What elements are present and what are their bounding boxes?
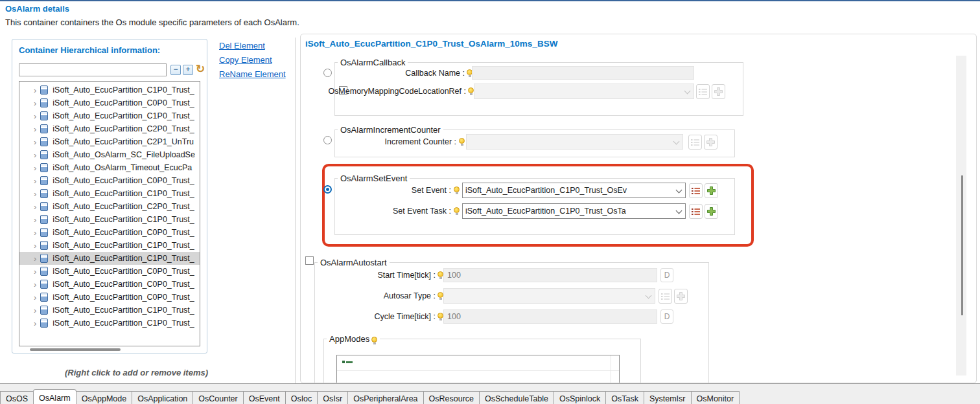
tree-item[interactable]: ›iSoft_Auto_EcucPartition_C2P0_Trust_ (19, 200, 200, 213)
chevron-right-icon[interactable]: › (34, 124, 36, 134)
chevron-right-icon[interactable]: › (34, 98, 36, 108)
vertical-scrollbar-thumb[interactable] (961, 175, 963, 315)
tree-item[interactable]: ›iSoft_Auto_EcucPartition_C0P0_Trust_ (19, 265, 200, 278)
tree-item[interactable]: ›iSoft_Auto_OsAlarm_SC_FileUploadSe (19, 148, 200, 161)
tab-ostask[interactable]: OsTask (606, 391, 644, 404)
tree-item-label: iSoft_Auto_EcucPartition_C1P0_Trust_ (52, 215, 194, 224)
chevron-right-icon[interactable]: › (34, 306, 36, 315)
tree-item[interactable]: ›iSoft_Auto_EcucPartition_C0P0_Trust_ (19, 226, 200, 239)
tab-osalarm[interactable]: OsAlarm (33, 389, 76, 404)
minus-icon: − (173, 65, 178, 74)
chevron-right-icon[interactable]: › (34, 254, 36, 264)
tab-osevent[interactable]: OsEvent (244, 391, 286, 404)
tree-horizontal-scrollbar-thumb[interactable] (30, 348, 121, 351)
chevron-right-icon[interactable]: › (34, 267, 36, 276)
tab-osspinlock[interactable]: OsSpinlock (554, 391, 606, 404)
expand-all-button[interactable]: + (183, 65, 193, 75)
tree-item[interactable]: ›iSoft_Auto_EcucPartition_C1P0_Trust_ (19, 109, 200, 122)
memmap-combobox[interactable] (474, 84, 694, 99)
autosar-type-list-button[interactable] (659, 289, 672, 304)
tree-item[interactable]: ›iSoft_Auto_EcucPartition_C2P0_Trust_ (19, 122, 200, 135)
tab-osapplication[interactable]: OsApplication (132, 391, 193, 404)
tree-item-label: iSoft_Auto_EcucPartition_C1P0_Trust_ (52, 85, 194, 95)
set-event-value: iSoft_Auto_EcucPartition_C1P0_Trust_OsEv (465, 186, 627, 195)
tree-item[interactable]: ›iSoft_Auto_EcucPartition_C1P0_Trust_ (19, 317, 200, 330)
tree-item[interactable]: ›iSoft_Auto_EcucPartition_C1P0_Trust_ (19, 84, 200, 96)
chevron-right-icon[interactable]: › (34, 150, 36, 160)
autosar-type-add-button[interactable] (674, 289, 688, 304)
tree-item[interactable]: ›iSoft_Auto_EcucPartition_C2P1_UnTru (19, 135, 200, 148)
document-icon (40, 267, 48, 276)
start-time-input[interactable] (443, 268, 657, 282)
document-icon (40, 280, 48, 289)
chevron-right-icon[interactable]: › (34, 228, 36, 238)
chevron-right-icon[interactable]: › (34, 280, 36, 289)
plus-icon (676, 291, 686, 301)
tab-osresource[interactable]: OsResource (424, 391, 480, 404)
tree-item[interactable]: ›iSoft_Auto_OsAlarm_Timeout_EcucPa (19, 161, 200, 174)
set-event-radio[interactable] (323, 185, 332, 194)
tree-item[interactable]: ›iSoft_Auto_EcucPartition_C0P0_Trust_ (19, 96, 200, 109)
chevron-right-icon[interactable]: › (34, 202, 36, 212)
increment-counter-radio[interactable] (323, 136, 332, 144)
tab-osappmode[interactable]: OsAppMode (76, 391, 132, 404)
tab-osscheduletable[interactable]: OsScheduleTable (480, 391, 554, 404)
chevron-right-icon[interactable]: › (34, 241, 36, 251)
hierarchy-search-input[interactable] (19, 63, 167, 76)
set-event-task-add-button[interactable] (705, 204, 718, 219)
set-event-task-combobox[interactable]: iSoft_Auto_EcucPartition_C1P0_Trust_OsTa (462, 203, 686, 219)
chevron-right-icon[interactable]: › (34, 85, 36, 95)
tree-item-label: iSoft_Auto_EcucPartition_C2P1_UnTru (52, 137, 194, 146)
set-event-combobox[interactable]: iSoft_Auto_EcucPartition_C1P0_Trust_OsEv (462, 183, 686, 198)
set-event-add-button[interactable] (705, 183, 718, 198)
chevron-right-icon[interactable]: › (34, 215, 36, 225)
tree-item[interactable]: ›iSoft_Auto_EcucPartition_C1P0_Trust_ (19, 187, 200, 200)
tab-oscounter[interactable]: OsCounter (193, 391, 243, 404)
tree-item[interactable]: ›iSoft_Auto_EcucPartition_C1P0_Trust_ (19, 304, 200, 317)
increment-counter-list-button[interactable] (688, 135, 702, 150)
tab-osmonitor[interactable]: OsMonitor (692, 391, 740, 404)
tree-item[interactable]: ›iSoft_Auto_EcucPartition_C1P0_Trust_ (19, 213, 200, 226)
chevron-right-icon[interactable]: › (34, 111, 36, 121)
set-event-list-button[interactable] (689, 183, 703, 198)
set-event-task-list-button[interactable] (689, 204, 703, 219)
chevron-right-icon[interactable]: › (34, 293, 36, 302)
tab-osioc[interactable]: OsIoc (286, 391, 318, 404)
action-copy-element[interactable]: Copy Element (219, 55, 286, 69)
tree-item[interactable]: ›iSoft_Auto_EcucPartition_C0P0_Trust_ (19, 278, 200, 291)
chevron-right-icon[interactable]: › (34, 189, 36, 199)
chevron-right-icon[interactable]: › (34, 176, 36, 186)
cycle-time-input[interactable] (443, 309, 657, 324)
callback-radio[interactable] (323, 69, 332, 77)
tree-item[interactable]: ›iSoft_Auto_EcucPartition_C0P0_Trust_ (19, 291, 200, 304)
memmap-list-button[interactable] (696, 84, 710, 99)
tab-osos[interactable]: OsOS (0, 391, 34, 404)
tree-item[interactable]: ›iSoft_Auto_EcucPartition_C1P0_Trust_ (19, 239, 200, 252)
chevron-right-icon[interactable]: › (34, 163, 36, 173)
refresh-icon[interactable]: ↻ (196, 62, 205, 76)
appmodes-table[interactable] (336, 355, 620, 383)
tree-item-label: iSoft_Auto_EcucPartition_C2P0_Trust_ (52, 202, 194, 211)
action-rename-element[interactable]: ReName Element (219, 69, 286, 84)
autosar-type-combobox[interactable] (443, 288, 655, 304)
tab-osperipheralarea[interactable]: OsPeripheralArea (348, 391, 423, 404)
tree-item[interactable]: ›iSoft_Auto_EcucPartition_C0P0_Trust_ (19, 174, 200, 187)
callback-name-input[interactable] (472, 66, 694, 80)
autostart-checkbox[interactable] (305, 256, 314, 265)
cycle-time-label: Cycle Time[tick] : (327, 312, 436, 321)
tab-systemisr[interactable]: SystemIsr (644, 391, 692, 404)
cycle-time-d-button[interactable]: D (660, 309, 673, 324)
table-column-divider (611, 355, 611, 383)
selected-container-title: iSoft_Auto_EcucPartition_C1P0_Trust_OsAl… (305, 39, 557, 49)
tree-item[interactable]: ›iSoft_Auto_EcucPartition_C1P0_Trust_ (19, 252, 200, 265)
memmap-add-button[interactable] (712, 84, 725, 99)
document-icon (40, 319, 48, 328)
action-del-element[interactable]: Del Element (219, 41, 286, 55)
increment-counter-add-button[interactable] (704, 135, 718, 150)
collapse-all-button[interactable]: − (170, 65, 181, 75)
increment-counter-combobox[interactable] (466, 134, 683, 150)
chevron-right-icon[interactable]: › (34, 319, 36, 328)
tab-osisr[interactable]: OsIsr (318, 391, 348, 404)
chevron-right-icon[interactable]: › (34, 137, 36, 147)
start-time-d-button[interactable]: D (660, 268, 673, 282)
